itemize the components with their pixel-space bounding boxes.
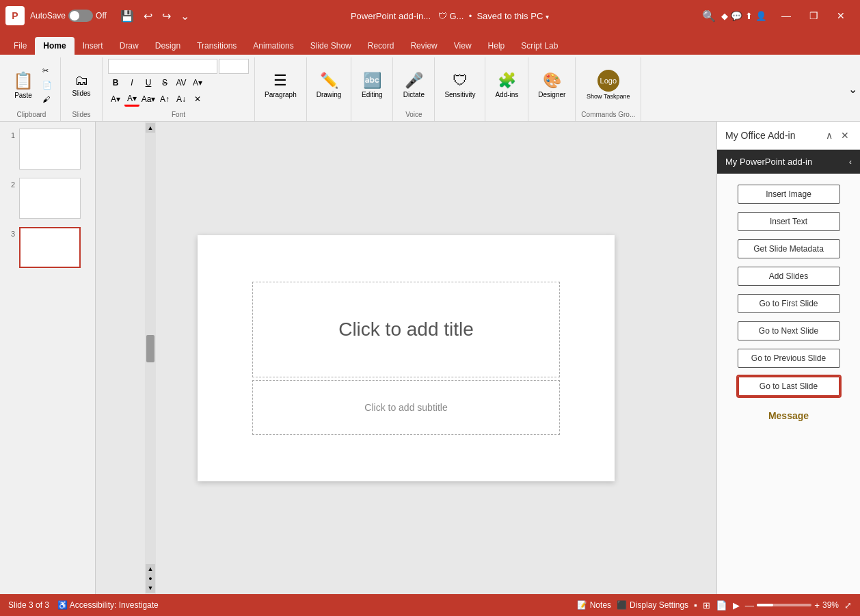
dictate-button[interactable]: 🎤 Dictate bbox=[399, 60, 429, 109]
autosave-control[interactable]: AutoSave Off bbox=[30, 10, 107, 22]
paragraph-button[interactable]: ☰ Paragraph bbox=[260, 60, 301, 109]
addins-button[interactable]: 🧩 Add-ins bbox=[491, 60, 522, 109]
user-btn[interactable]: 👤 bbox=[755, 11, 767, 21]
ribbon-tab-transitions[interactable]: Transitions bbox=[189, 37, 245, 55]
underline-button[interactable]: U bbox=[141, 75, 156, 90]
addin-collapse-button[interactable]: ‹ bbox=[849, 157, 852, 167]
add-slides-button[interactable]: Add Slides bbox=[738, 267, 840, 286]
texteffects-button[interactable]: A▾ bbox=[190, 75, 205, 90]
go-to-last-slide-button[interactable]: Go to Last Slide bbox=[738, 376, 840, 397]
slide-subtitle-area[interactable]: Click to add subtitle bbox=[252, 380, 560, 435]
clear-format-button[interactable]: ✕ bbox=[190, 92, 205, 107]
slide-thumbnail-2[interactable] bbox=[19, 178, 81, 219]
decrease-font-button[interactable]: A↓ bbox=[174, 92, 189, 107]
format-painter-button[interactable]: 🖌 bbox=[40, 93, 55, 105]
insert-image-button[interactable]: Insert Image bbox=[738, 185, 840, 204]
ribbon-tab-draw[interactable]: Draw bbox=[111, 37, 147, 55]
go-to-first-slide-button[interactable]: Go to First Slide bbox=[738, 294, 840, 313]
go-to-next-slide-button[interactable]: Go to Next Slide bbox=[738, 321, 840, 340]
sensitivity-button[interactable]: 🛡 Sensitivity bbox=[440, 60, 479, 109]
increase-font-button[interactable]: A↑ bbox=[157, 92, 172, 107]
show-taskpane-button[interactable]: Logo Show Taskpane bbox=[582, 60, 634, 109]
slide-title-area[interactable]: Click to add title bbox=[252, 282, 560, 377]
autosave-state: Off bbox=[96, 11, 107, 21]
ribbon-tab-script-lab[interactable]: Script Lab bbox=[513, 37, 566, 55]
paste-label: Paste bbox=[14, 92, 32, 99]
designer-button[interactable]: 🎨 Designer bbox=[534, 60, 569, 109]
copy-button[interactable]: 📄 bbox=[40, 79, 55, 92]
ribbon-tab-record[interactable]: Record bbox=[360, 37, 403, 55]
slide-canvas: Click to add title Click to add subtitle bbox=[198, 235, 615, 481]
normal-view-button[interactable]: ▪ bbox=[694, 600, 697, 611]
zoom-in-button[interactable]: + bbox=[814, 600, 820, 611]
window-controls: — ❐ ✕ bbox=[772, 5, 855, 26]
slide-show-button[interactable]: ▶ bbox=[733, 600, 740, 611]
ribbon-tab-view[interactable]: View bbox=[446, 37, 480, 55]
undo-button[interactable]: ↩ bbox=[141, 8, 155, 24]
fontcolor-button[interactable]: A▾ bbox=[124, 92, 139, 107]
autosave-toggle[interactable] bbox=[68, 10, 93, 22]
ribbon-tab-design[interactable]: Design bbox=[147, 37, 189, 55]
textcase-button[interactable]: Aa▾ bbox=[141, 92, 156, 107]
scroll-nav-up[interactable]: ▲ bbox=[146, 564, 155, 574]
zoom-out-button[interactable]: — bbox=[745, 600, 754, 611]
ribbon-tab-animations[interactable]: Animations bbox=[245, 37, 301, 55]
slide-sorter-button[interactable]: ⊞ bbox=[703, 600, 710, 611]
clipboard-group: 📋 Paste ✂ 📄 🖌 Clipboard bbox=[3, 57, 61, 121]
search-button[interactable]: 🔍 bbox=[702, 10, 716, 23]
sensitivity-group: 🛡 Sensitivity bbox=[435, 57, 485, 121]
reading-view-button[interactable]: 📄 bbox=[716, 600, 727, 611]
restore-button[interactable]: ❐ bbox=[800, 5, 827, 26]
scroll-up-button[interactable]: ▲ bbox=[146, 123, 155, 133]
strikethrough-button[interactable]: S bbox=[157, 75, 172, 90]
italic-button[interactable]: I bbox=[124, 75, 139, 90]
fit-slide-button[interactable]: ⤢ bbox=[844, 600, 852, 611]
app-logo: P bbox=[5, 6, 25, 25]
drawing-group: ✏️ Drawing bbox=[307, 57, 352, 121]
ribbon-tab-review[interactable]: Review bbox=[402, 37, 445, 55]
drawing-button[interactable]: ✏️ Drawing bbox=[312, 60, 346, 109]
charspacing-button[interactable]: AV bbox=[174, 75, 189, 90]
slide-thumbnail-1[interactable] bbox=[19, 129, 81, 170]
font-family-input[interactable] bbox=[108, 59, 217, 74]
addin-minimize-button[interactable]: ∧ bbox=[823, 129, 835, 142]
scroll-nav-center[interactable]: ● bbox=[146, 574, 155, 583]
notes-button[interactable]: 📝 Notes bbox=[577, 600, 611, 610]
redo-button[interactable]: ↪ bbox=[159, 8, 174, 24]
ribbon-display-btn[interactable]: ◆ bbox=[721, 11, 728, 21]
bold-button[interactable]: B bbox=[108, 75, 123, 90]
display-settings-button[interactable]: ⬛ Display Settings bbox=[617, 600, 688, 610]
editing-button[interactable]: 🔤 Editing bbox=[357, 60, 387, 109]
ribbon-collapse-button[interactable]: ⌄ bbox=[848, 83, 857, 96]
slides-button[interactable]: 🗂 Slides bbox=[66, 60, 96, 109]
insert-text-button[interactable]: Insert Text bbox=[738, 212, 840, 231]
vertical-scrollbar[interactable]: ▲ ▲ ● ▼ bbox=[145, 122, 156, 594]
addins-label: Add-ins bbox=[495, 91, 518, 98]
go-to-previous-slide-button[interactable]: Go to Previous Slide bbox=[738, 349, 840, 368]
slide-thumbnail-3[interactable] bbox=[19, 227, 81, 268]
quick-access-button[interactable]: ⌄ bbox=[178, 8, 192, 24]
paste-button[interactable]: 📋 Paste bbox=[8, 60, 38, 109]
slide-thumb-2[interactable]: 2 bbox=[3, 176, 92, 220]
ribbon-tab-file[interactable]: File bbox=[5, 37, 35, 55]
slide-thumb-3[interactable]: 3 bbox=[3, 226, 92, 269]
share-btn[interactable]: ⬆ bbox=[745, 11, 753, 21]
minimize-button[interactable]: — bbox=[772, 5, 800, 26]
close-button[interactable]: ✕ bbox=[827, 5, 855, 26]
ribbon-tab-insert[interactable]: Insert bbox=[75, 37, 111, 55]
addin-body: Insert Image Insert Text Get Slide Metad… bbox=[717, 174, 860, 594]
scroll-thumb bbox=[146, 335, 154, 362]
ribbon-tab-slide-show[interactable]: Slide Show bbox=[302, 37, 360, 55]
save-button[interactable]: 💾 bbox=[118, 8, 137, 24]
addin-close-button[interactable]: ✕ bbox=[838, 129, 852, 142]
font-size-input[interactable]: 60 bbox=[219, 59, 249, 74]
cut-button[interactable]: ✂ bbox=[40, 64, 55, 77]
get-slide-metadata-button[interactable]: Get Slide Metadata bbox=[738, 239, 840, 258]
ribbon-tab-help[interactable]: Help bbox=[480, 37, 513, 55]
highlight-button[interactable]: A▾ bbox=[108, 92, 123, 107]
font-label: Font bbox=[172, 111, 185, 120]
scroll-nav-down[interactable]: ▼ bbox=[146, 583, 155, 593]
comments-btn[interactable]: 💬 bbox=[731, 11, 742, 21]
ribbon-tab-home[interactable]: Home bbox=[35, 37, 74, 55]
slide-thumb-1[interactable]: 1 bbox=[3, 127, 92, 171]
